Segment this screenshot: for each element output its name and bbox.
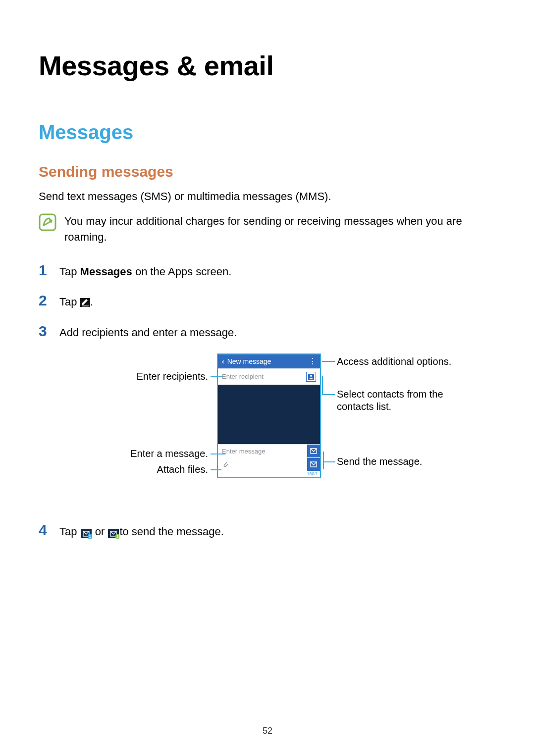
callout-send-message: Send the message.	[337, 455, 456, 468]
step-number: 4	[39, 522, 50, 539]
step-1: 1 Tap Messages on the Apps screen.	[39, 262, 496, 280]
send-sim1-icon	[307, 445, 320, 457]
contacts-icon	[306, 372, 316, 382]
subsection-title: Sending messages	[39, 163, 496, 180]
svg-rect-0	[40, 214, 55, 230]
step-text: Add recipients and enter a message.	[59, 325, 237, 341]
callout-enter-recipients: Enter recipients.	[79, 370, 208, 383]
note-icon	[39, 213, 56, 232]
step-text: Tap .	[59, 295, 93, 310]
step-3: 3 Add recipients and enter a message.	[39, 323, 496, 341]
lead-line	[323, 452, 324, 469]
lead-line	[211, 454, 225, 454]
more-options-icon: ⋮	[309, 356, 316, 366]
step-2: 2 Tap .	[39, 292, 496, 310]
phone-header-title: New message	[227, 357, 271, 365]
lead-line	[211, 469, 221, 470]
section-title: Messages	[39, 121, 496, 144]
lead-line	[322, 361, 335, 362]
step-text: Tap 1 or 2to send the message.	[59, 524, 224, 540]
recipient-field-row: Enter recipient	[218, 368, 320, 385]
chapter-title: Messages & email	[39, 50, 496, 82]
step2-pre: Tap	[59, 296, 80, 308]
callout-additional-options: Access additional options.	[337, 355, 456, 368]
step-text: Tap Messages on the Apps screen.	[59, 264, 231, 280]
lead-line	[211, 376, 222, 377]
phone-footer: Enter message 160/1	[218, 444, 320, 477]
step1-bold: Messages	[80, 265, 132, 278]
page-number: 52	[0, 726, 535, 736]
message-placeholder: Enter message	[218, 445, 307, 458]
step-number: 3	[39, 323, 50, 340]
step-4: 4 Tap 1 or 2to send the message.	[39, 522, 496, 540]
back-chevron-icon: ‹	[222, 357, 224, 365]
step1-pre: Tap	[59, 265, 80, 278]
step4-mid: or	[92, 525, 108, 538]
send-sim2-icon: 2	[108, 529, 119, 538]
step-number: 1	[39, 262, 50, 279]
svg-point-3	[310, 375, 312, 377]
send-sim1-icon: 1	[81, 529, 92, 538]
intro-text: Send text messages (SMS) or multimedia m…	[39, 189, 496, 204]
step2-post: .	[90, 296, 93, 308]
lead-line	[322, 376, 323, 395]
compose-icon	[80, 296, 90, 308]
note-block: You may incur additional charges for sen…	[39, 213, 496, 245]
recipient-placeholder: Enter recipient	[222, 373, 264, 380]
new-message-diagram: ‹ New message ⋮ Enter recipient Enter me…	[79, 353, 456, 502]
phone-header: ‹ New message ⋮	[218, 354, 320, 368]
phone-body	[218, 385, 320, 444]
lead-line	[323, 461, 335, 462]
callout-enter-message: Enter a message.	[79, 448, 208, 460]
char-counter: 160/1	[218, 471, 320, 477]
lead-line	[322, 394, 335, 395]
send-sim2-icon	[307, 458, 320, 471]
phone-mock: ‹ New message ⋮ Enter recipient Enter me…	[217, 353, 321, 478]
callout-select-contacts: Select contacts from the contacts list.	[337, 388, 456, 413]
callout-attach-files: Attach files.	[79, 463, 208, 476]
note-text: You may incur additional charges for sen…	[64, 213, 496, 245]
step4-post: to send the message.	[119, 525, 223, 538]
attach-icon	[218, 458, 233, 470]
step1-post: on the Apps screen.	[132, 265, 232, 278]
step4-pre: Tap	[59, 525, 80, 538]
step-number: 2	[39, 292, 50, 309]
